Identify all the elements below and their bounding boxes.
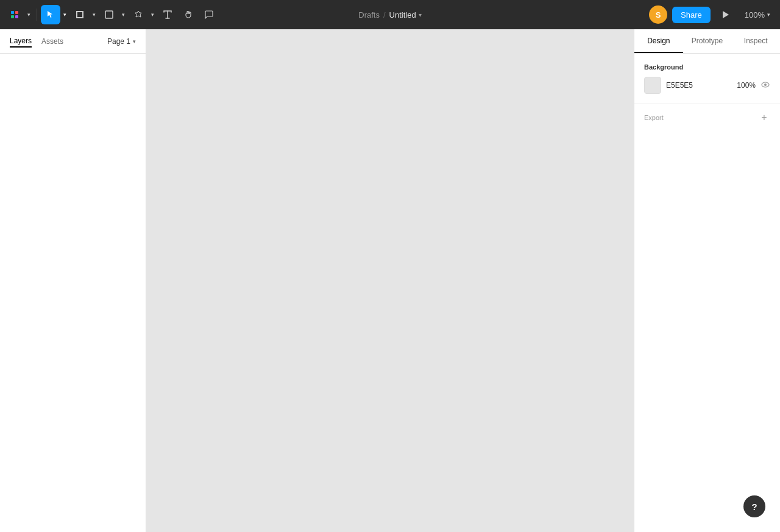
shape-arrow[interactable]: ▾ (119, 5, 127, 24)
svg-point-11 (764, 83, 767, 86)
toolbar-right: S Share 100% ▾ (649, 5, 775, 24)
svg-rect-8 (105, 11, 113, 18)
share-button[interactable]: Share (672, 7, 711, 23)
file-name-button[interactable]: Untitled ▾ (389, 10, 422, 20)
background-visibility-toggle[interactable] (760, 80, 770, 91)
tab-inspect[interactable]: Inspect (731, 29, 780, 53)
top-toolbar: ▾ ▾ ▾ (0, 0, 780, 29)
left-panel: Layers Assets Page 1 ▾ (0, 29, 146, 532)
background-color-swatch[interactable] (644, 77, 661, 94)
select-tool-button[interactable] (41, 5, 60, 24)
page-selector-label: Page 1 (107, 37, 130, 46)
help-button[interactable]: ? (743, 495, 765, 517)
svg-rect-3 (15, 15, 18, 18)
svg-rect-6 (76, 11, 83, 12)
page-selector-chevron: ▾ (133, 38, 136, 44)
main-area: Layers Assets Page 1 ▾ Design Prototype … (0, 29, 780, 532)
select-tool-group: ▾ (41, 5, 69, 24)
background-hex[interactable]: E5E5E5 (666, 81, 732, 90)
file-name-chevron: ▾ (419, 12, 422, 18)
tab-design[interactable]: Design (634, 29, 683, 53)
export-label: Export (644, 114, 664, 121)
pen-arrow[interactable]: ▾ (148, 5, 157, 24)
frame-tool-group: ▾ (70, 5, 98, 24)
zoom-chevron: ▾ (767, 12, 770, 18)
text-tool-button[interactable] (158, 5, 177, 24)
svg-rect-1 (15, 11, 18, 14)
hand-tool-button[interactable] (179, 5, 198, 24)
menu-arrow[interactable]: ▾ (24, 5, 33, 24)
pen-tool-button[interactable] (129, 5, 148, 24)
background-opacity[interactable]: 100% (737, 81, 756, 90)
comment-tool-button[interactable] (199, 5, 219, 24)
toolbar-separator-1 (37, 9, 37, 21)
menu-tool-group: ▾ (5, 5, 33, 24)
right-panel-tabs: Design Prototype Inspect (634, 29, 780, 54)
svg-rect-7 (76, 17, 83, 18)
breadcrumb-drafts[interactable]: Drafts (358, 10, 380, 20)
left-panel-content (0, 54, 146, 532)
zoom-control[interactable]: 100% ▾ (740, 8, 775, 22)
export-add-button[interactable]: + (758, 112, 770, 124)
tab-assets[interactable]: Assets (41, 36, 63, 47)
shape-tool-group: ▾ (99, 5, 127, 24)
svg-rect-2 (11, 15, 14, 18)
select-arrow[interactable]: ▾ (60, 5, 69, 24)
canvas-area[interactable] (146, 29, 634, 532)
frame-arrow[interactable]: ▾ (90, 5, 98, 24)
toolbar-left: ▾ ▾ ▾ (5, 5, 219, 24)
background-row: E5E5E5 100% (644, 77, 770, 94)
file-name-text: Untitled (389, 10, 416, 20)
user-avatar[interactable]: S (649, 5, 667, 24)
svg-rect-0 (11, 11, 14, 14)
breadcrumb-separator: / (383, 10, 386, 20)
tab-layers[interactable]: Layers (10, 35, 32, 48)
left-panel-tabs: Layers Assets Page 1 ▾ (0, 29, 146, 54)
menu-button[interactable] (5, 5, 24, 24)
zoom-level: 100% (745, 10, 765, 20)
pen-tool-group: ▾ (129, 5, 157, 24)
shape-tool-button[interactable] (99, 5, 119, 24)
play-button[interactable] (715, 5, 735, 24)
background-section-title: Background (644, 63, 770, 71)
export-section: Export + (634, 104, 780, 131)
page-selector[interactable]: Page 1 ▾ (107, 37, 136, 46)
frame-tool-button[interactable] (70, 5, 90, 24)
background-section: Background E5E5E5 100% (634, 54, 780, 104)
toolbar-center: Drafts / Untitled ▾ (358, 10, 421, 20)
right-panel: Design Prototype Inspect Background E5E5… (634, 29, 780, 532)
tab-prototype[interactable]: Prototype (683, 29, 732, 53)
svg-marker-9 (723, 11, 729, 18)
